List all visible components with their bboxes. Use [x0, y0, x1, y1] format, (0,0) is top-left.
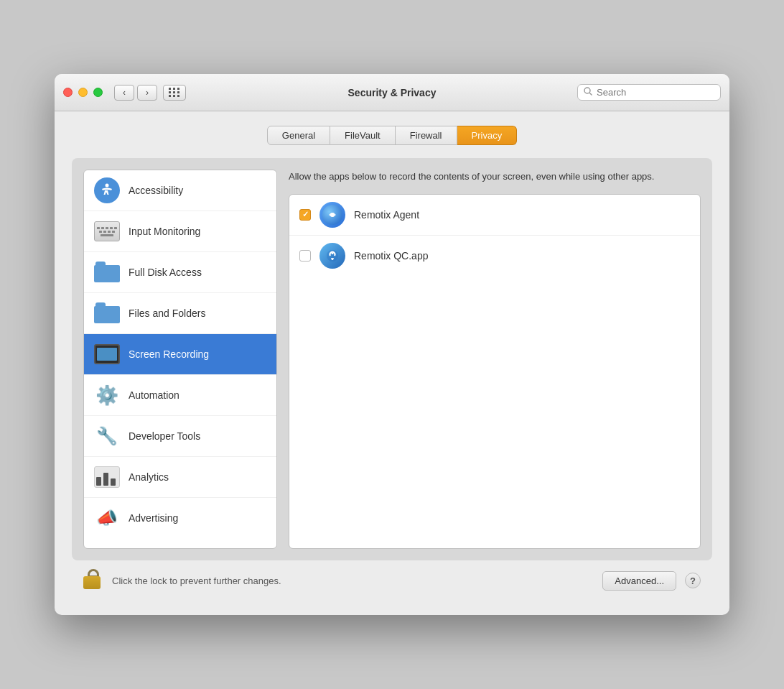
checkmark-icon: ✓: [302, 210, 309, 219]
grid-button[interactable]: [163, 85, 186, 101]
remotix-qc-name: Remotix QC.app: [354, 250, 428, 262]
tab-general[interactable]: General: [267, 126, 330, 145]
back-button[interactable]: ‹: [114, 85, 134, 101]
close-button[interactable]: [63, 88, 73, 97]
app-item-remotix-agent: ✓ Remotix Agent: [289, 195, 700, 236]
forward-button[interactable]: ›: [137, 85, 157, 101]
titlebar: ‹ › Security & Privacy: [55, 74, 729, 111]
minimize-button[interactable]: [78, 88, 88, 97]
sidebar-label-analytics: Analytics: [129, 471, 169, 483]
lock-icon[interactable]: [83, 569, 103, 592]
sidebar-label-advertising: Advertising: [129, 512, 178, 524]
screen-recording-icon: [94, 341, 120, 367]
svg-point-2: [106, 184, 109, 188]
grid-icon: [169, 88, 180, 97]
sidebar-item-accessibility[interactable]: Accessibility: [84, 170, 276, 211]
app-list: ✓ Remotix Agent: [289, 194, 701, 550]
sidebar-label-full-disk-access: Full Disk Access: [129, 267, 202, 278]
sidebar-item-automation[interactable]: ⚙️ Automation: [84, 375, 276, 416]
folder-full-disk-icon: [94, 259, 120, 285]
sidebar-label-accessibility: Accessibility: [129, 185, 183, 196]
analytics-icon: [94, 464, 120, 490]
main-window: ‹ › Security & Privacy General: [55, 74, 729, 615]
gear-icon: ⚙️: [94, 382, 120, 408]
maximize-button[interactable]: [93, 88, 103, 97]
sidebar-item-files-and-folders[interactable]: Files and Folders: [84, 293, 276, 334]
sidebar-item-screen-recording[interactable]: Screen Recording: [84, 334, 276, 375]
help-button[interactable]: ?: [685, 573, 701, 588]
lock-text: Click the lock to prevent further change…: [112, 575, 594, 586]
remotix-agent-name: Remotix Agent: [354, 209, 419, 221]
sidebar-item-developer-tools[interactable]: 🔧 Developer Tools: [84, 416, 276, 457]
remotix-agent-icon: [319, 202, 345, 228]
folder-files-icon: [94, 300, 120, 326]
advanced-button[interactable]: Advanced...: [602, 571, 676, 591]
sidebar-item-full-disk-access[interactable]: Full Disk Access: [84, 252, 276, 293]
tab-bar: General FileVault Firewall Privacy: [72, 126, 712, 145]
search-icon: [584, 87, 592, 98]
sidebar-item-analytics[interactable]: Analytics: [84, 457, 276, 498]
sidebar-label-developer-tools: Developer Tools: [129, 430, 200, 442]
remotix-agent-checkbox[interactable]: ✓: [299, 209, 311, 221]
devtools-icon: 🔧: [94, 423, 120, 449]
traffic-lights: [63, 88, 103, 97]
tab-firewall[interactable]: Firewall: [396, 126, 457, 145]
remotix-icon-inner: [322, 205, 342, 225]
tab-filevault[interactable]: FileVault: [330, 126, 396, 145]
svg-point-0: [584, 88, 590, 93]
keyboard-icon: [94, 218, 120, 244]
svg-line-1: [590, 93, 592, 96]
sidebar-item-advertising[interactable]: 📣 Advertising: [84, 498, 276, 538]
remotix-qc-checkbox[interactable]: [299, 250, 311, 262]
nav-buttons: ‹ ›: [114, 85, 157, 101]
bottom-bar: Click the lock to prevent further change…: [72, 560, 712, 601]
content-area: General FileVault Firewall Privacy: [55, 111, 729, 615]
advertising-icon: 📣: [94, 505, 120, 531]
sidebar-label-automation: Automation: [129, 389, 179, 401]
main-panel: Accessibility: [72, 158, 712, 560]
remotix-qc-icon: [319, 243, 345, 269]
sidebar-label-input-monitoring: Input Monitoring: [129, 226, 200, 237]
sidebar: Accessibility: [83, 170, 277, 549]
search-input[interactable]: [597, 87, 714, 98]
svg-point-6: [332, 252, 334, 254]
sidebar-label-screen-recording: Screen Recording: [129, 348, 209, 360]
tab-privacy[interactable]: Privacy: [457, 126, 518, 145]
right-panel: Allow the apps below to record the conte…: [289, 170, 701, 549]
app-item-remotix-qc: Remotix QC.app: [289, 236, 700, 276]
search-bar[interactable]: [577, 84, 721, 101]
sidebar-item-input-monitoring[interactable]: Input Monitoring: [84, 211, 276, 252]
window-title: Security & Privacy: [348, 87, 437, 98]
sidebar-label-files-and-folders: Files and Folders: [129, 307, 205, 319]
accessibility-icon: [94, 177, 120, 203]
description-text: Allow the apps below to record the conte…: [289, 170, 701, 184]
svg-point-4: [330, 213, 335, 217]
